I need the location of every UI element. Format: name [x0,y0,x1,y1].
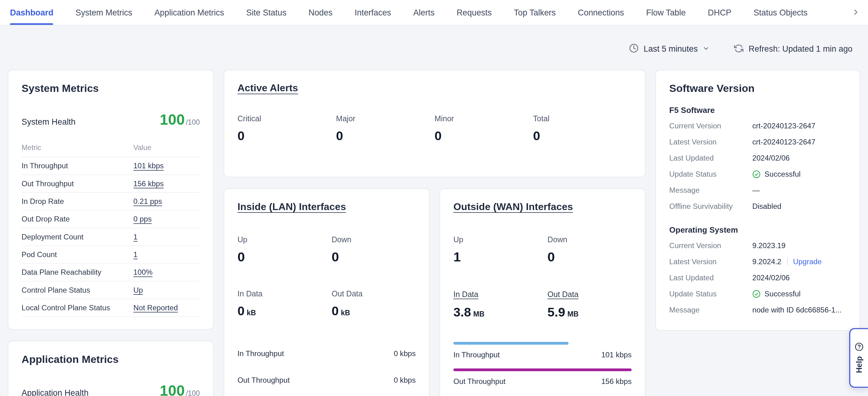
sw-row: Messagenode with ID 6dc66856-1... [669,302,846,318]
major-alerts-stat: Major 0 [336,114,435,144]
tab-system-metrics[interactable]: System Metrics [75,0,132,25]
application-health-label: Application Health [22,388,89,396]
sw-label: Current Version [669,242,752,250]
metric-label: Data Plane Reachability [22,268,133,277]
in-data-value: 3.8MB [454,305,548,319]
check-circle-icon [752,170,761,178]
clock-icon [629,43,639,53]
sw-label: Message [669,306,752,314]
tab-top-talkers[interactable]: Top Talkers [514,0,556,25]
sw-value: crt-20240123-2647 [752,138,846,146]
stat-label: Minor [435,114,533,123]
tab-flow-table[interactable]: Flow Table [646,0,686,25]
table-row: In Drop Rate0.21 pps [22,193,200,210]
out-throughput-row: Out Throughput 0 kbps [238,372,416,388]
sw-value: 9.2023.19 [752,242,846,250]
tab-requests[interactable]: Requests [457,0,492,25]
active-alerts-title-link[interactable]: Active Alerts [238,83,298,94]
stat-value: 0 [435,129,533,143]
out-throughput-value: 0 kbps [394,376,416,385]
sw-row: Offline SurvivabilityDisabled [669,198,846,215]
lan-interfaces-title-link[interactable]: Inside (LAN) Interfaces [238,201,346,213]
metric-value-link[interactable]: Up [133,286,200,294]
metric-label: Pod Count [22,250,133,259]
metric-value-link[interactable]: 1 [133,233,200,241]
sw-row: Last Updated2024/02/06 [669,150,846,166]
refresh-control[interactable]: Refresh: Updated 1 min ago [734,44,852,53]
wan-in-data-stat: In Data 3.8MB [454,289,548,319]
in-data-link[interactable]: In Data [454,290,478,299]
metric-value-link[interactable]: Not Reported [133,304,200,312]
f5-software-heading: F5 Software [669,106,846,115]
application-metrics-title: Application Metrics [22,353,200,366]
dashboard-content: System Metrics System Health 100/100 Met… [0,57,868,396]
tab-site-status[interactable]: Site Status [246,0,286,25]
out-data-value: 5.9MB [548,305,631,319]
sw-label: Message [669,186,752,195]
down-value: 0 [548,249,631,265]
lan-down-stat: Down 0 [332,235,416,265]
tabs-scroll-right-button[interactable] [834,0,868,24]
out-throughput-label: Out Throughput [238,376,290,385]
up-label: Up [238,235,331,244]
table-row: Control Plane StatusUp [22,282,200,299]
sw-row: Current Version9.2023.19 [669,237,846,254]
out-throughput-bar [454,368,632,371]
tab-connections[interactable]: Connections [578,0,624,25]
help-button[interactable]: Help [849,328,868,388]
out-data-link[interactable]: Out Data [548,290,578,299]
tab-application-metrics[interactable]: Application Metrics [154,0,224,25]
sw-value: — [752,186,846,195]
tab-alerts[interactable]: Alerts [413,0,435,25]
sw-label: Last Updated [669,154,752,163]
sw-row: Update Status Successful [669,166,846,182]
metric-value-link[interactable]: 101 kbps [133,162,200,170]
out-throughput-row: Out Throughput 156 kbps [454,373,632,390]
wan-interfaces-title-link[interactable]: Outside (WAN) Interfaces [454,201,573,213]
tab-dhcp[interactable]: DHCP [708,0,732,25]
active-alerts-card: Active Alerts Critical 0 Major 0 Minor 0 [223,70,645,177]
tab-interfaces[interactable]: Interfaces [354,0,391,25]
in-throughput-bar [454,342,632,345]
interface-cards-row: Inside (LAN) Interfaces Up 0 Down 0 [223,189,645,396]
out-data-unit: MB [567,310,579,318]
wan-interfaces-card: Outside (WAN) Interfaces Up 1 Down 0 [440,189,645,396]
latest-version-value: 9.2024.2 Upgrade [752,258,846,266]
right-column: Software Version F5 Software Current Ver… [655,70,860,331]
metric-value-link[interactable]: 156 kbps [133,179,200,188]
dashboard-controls: Last 5 minutes Refresh: Updated 1 min ag… [0,40,852,57]
sw-row: Current Versioncrt-20240123-2647 [669,118,846,134]
alert-stats-row: Critical 0 Major 0 Minor 0 Total 0 [238,114,631,144]
time-range-selector[interactable]: Last 5 minutes [629,43,710,53]
system-metrics-card: System Metrics System Health 100/100 Met… [8,70,214,330]
sw-value: 2024/02/06 [752,154,846,163]
sw-label: Update Status [669,290,752,298]
sw-value: Disabled [752,202,846,211]
critical-alerts-stat: Critical 0 [238,114,336,144]
tab-nodes[interactable]: Nodes [309,0,333,25]
metric-value-link[interactable]: 1 [133,250,200,259]
minor-alerts-stat: Minor 0 [435,114,533,144]
check-circle-icon [752,290,761,298]
value-column-header: Value [133,144,200,152]
metric-value-link[interactable]: 0 pps [133,215,200,223]
lan-out-data-stat: Out Data 0kB [332,289,416,319]
metric-label: Local Control Plane Status [22,304,133,312]
sw-label: Latest Version [669,258,752,266]
table-row: Deployment Count1 [22,228,200,246]
chevron-right-icon [851,8,860,17]
in-throughput-value: 0 kbps [394,349,416,358]
metric-value-link[interactable]: 100% [133,268,200,277]
tab-dashboard[interactable]: Dashboard [10,0,53,25]
application-health-row: Application Health 100/100 [22,383,200,396]
stat-value: 0 [238,129,336,143]
top-tab-bar: Dashboard System Metrics Application Met… [0,0,868,25]
upgrade-link[interactable]: Upgrade [793,258,822,266]
application-health-max: /100 [186,389,200,396]
down-label: Down [332,235,416,244]
tab-status-objects[interactable]: Status Objects [754,0,808,25]
metric-value-link[interactable]: 0.21 pps [133,197,200,206]
sw-label: Latest Version [669,138,752,146]
update-status-value: Successful [752,290,846,298]
system-health-row: System Health 100/100 [22,111,200,129]
